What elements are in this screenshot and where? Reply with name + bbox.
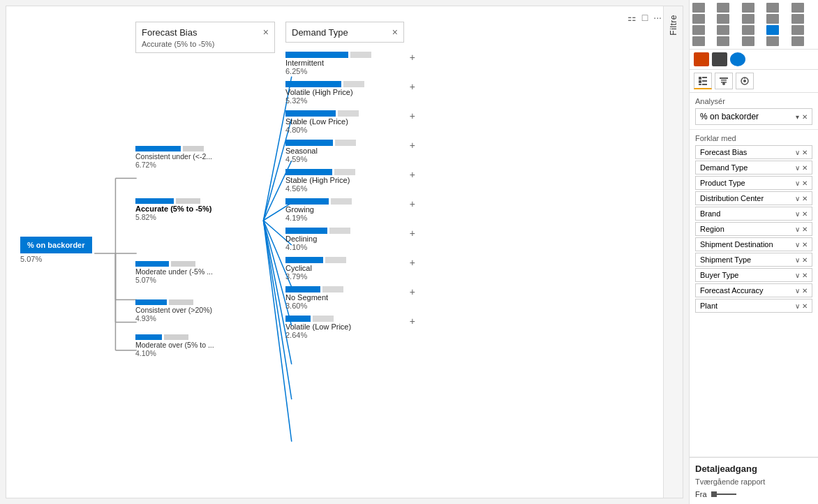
analyser-dropdown[interactable]: % on backorder ▾ ✕ bbox=[695, 108, 812, 125]
dt-item-0[interactable]: Intermittent 6.25% + bbox=[285, 52, 404, 75]
viz-icon-20[interactable] bbox=[791, 36, 804, 46]
viz-icon-5[interactable] bbox=[791, 3, 804, 13]
chevron-icon: ∨ bbox=[795, 256, 800, 264]
svg-point-30 bbox=[743, 80, 746, 82]
dt-plus-5[interactable]: + bbox=[410, 198, 415, 209]
chevron-icon: ∨ bbox=[795, 287, 800, 295]
dt-item-9[interactable]: Volatile (Low Price) 2.64% + bbox=[285, 316, 404, 339]
remove-icon[interactable]: ✕ bbox=[802, 210, 808, 218]
demand-type-close[interactable]: × bbox=[392, 27, 398, 38]
viz-topbar: ⚏ □ ··· bbox=[627, 12, 662, 23]
viz-icon-1[interactable] bbox=[692, 3, 705, 13]
more-icon[interactable]: ··· bbox=[653, 12, 662, 23]
format-tab[interactable] bbox=[715, 73, 733, 89]
remove-icon[interactable]: ✕ bbox=[802, 225, 808, 233]
dt-plus-7[interactable]: + bbox=[410, 257, 415, 268]
viz-icon-13[interactable] bbox=[742, 25, 754, 35]
dt-item-3[interactable]: Seasonal 4.59% + bbox=[285, 140, 404, 163]
analyser-clear-icon[interactable]: ✕ bbox=[802, 113, 808, 121]
dt-item-2[interactable]: Stable (Low Price) 4.80% + bbox=[285, 110, 404, 134]
forecast-bias-panel: Forecast Bias × Accurate (5% to -5%) bbox=[135, 22, 275, 53]
chevron-icon: ∨ bbox=[795, 164, 800, 172]
chevron-icon: ∨ bbox=[795, 195, 800, 202]
viz-icon-7[interactable] bbox=[717, 14, 729, 24]
html-icon[interactable] bbox=[694, 52, 709, 66]
remove-icon[interactable]: ✕ bbox=[802, 149, 808, 156]
dt-plus-1[interactable]: + bbox=[410, 81, 415, 92]
dt-plus-8[interactable]: + bbox=[410, 286, 415, 297]
filtre-label: Filtre bbox=[669, 15, 678, 36]
forklar-item-brand[interactable]: Brand ∨ ✕ bbox=[695, 207, 812, 221]
remove-icon[interactable]: ✕ bbox=[802, 272, 808, 279]
viz-icon-15[interactable] bbox=[791, 25, 804, 35]
viz-icon-12[interactable] bbox=[717, 25, 729, 35]
fb-node-4[interactable]: Consistent over (>20%) 4.93% bbox=[135, 299, 261, 323]
fb-node-3[interactable]: Moderate under (-5% ... 5.07% bbox=[135, 261, 261, 284]
viz-icon-18[interactable] bbox=[742, 36, 754, 46]
dt-plus-2[interactable]: + bbox=[410, 110, 415, 121]
tree-root[interactable]: % on backorder 5.07% bbox=[20, 237, 92, 263]
dt-item-5[interactable]: Growing 4.19% + bbox=[285, 198, 404, 222]
forklar-item-product-type[interactable]: Product Type ∨ ✕ bbox=[695, 176, 812, 190]
toggle-control[interactable] bbox=[711, 491, 736, 497]
remove-icon[interactable]: ✕ bbox=[802, 287, 808, 295]
dt-item-6[interactable]: Declining 4.10% + bbox=[285, 228, 404, 251]
remove-icon[interactable]: ✕ bbox=[802, 179, 808, 187]
forecast-bias-close[interactable]: × bbox=[263, 27, 269, 38]
dt-plus-0[interactable]: + bbox=[410, 52, 415, 63]
viz-icon-10[interactable] bbox=[791, 14, 804, 24]
viz-icon-9[interactable] bbox=[766, 14, 779, 24]
forklar-item-region[interactable]: Region ∨ ✕ bbox=[695, 222, 812, 236]
viz-icon-6[interactable] bbox=[692, 14, 705, 24]
forklar-item-buyer-type[interactable]: Buyer Type ∨ ✕ bbox=[695, 268, 812, 282]
viz-icon-11[interactable] bbox=[692, 25, 705, 35]
forklar-item-shipment-type[interactable]: Shipment Type ∨ ✕ bbox=[695, 253, 812, 267]
fields-tab[interactable] bbox=[694, 73, 712, 89]
forklar-item-plant[interactable]: Plant ∨ ✕ bbox=[695, 299, 812, 313]
chevron-icon: ∨ bbox=[795, 149, 800, 156]
dt-plus-6[interactable]: + bbox=[410, 228, 415, 239]
svg-rect-22 bbox=[702, 80, 707, 82]
viz-icon-14[interactable] bbox=[766, 25, 779, 35]
analytics-tab[interactable] bbox=[736, 73, 754, 89]
remove-icon[interactable]: ✕ bbox=[802, 195, 808, 202]
forklar-item-forecast-accuracy[interactable]: Forecast Accuracy ∨ ✕ bbox=[695, 283, 812, 297]
icon-toolbar bbox=[690, 0, 818, 50]
svg-rect-23 bbox=[699, 84, 701, 85]
dt-plus-9[interactable]: + bbox=[410, 316, 415, 327]
remove-icon[interactable]: ✕ bbox=[802, 302, 808, 310]
root-node-value: 5.07% bbox=[20, 255, 92, 263]
dt-plus-3[interactable]: + bbox=[410, 140, 415, 151]
circle-icon[interactable] bbox=[730, 52, 745, 66]
dt-item-8[interactable]: No Segment 3.60% + bbox=[285, 286, 404, 310]
dt-item-1[interactable]: Volatile (High Price) 5.32% + bbox=[285, 81, 404, 105]
viz-icon-4[interactable] bbox=[766, 3, 779, 13]
viz-icon-16[interactable] bbox=[692, 36, 705, 46]
fb-node-5[interactable]: Moderate over (5% to ... 4.10% bbox=[135, 334, 261, 357]
dt-item-7[interactable]: Cyclical 3.79% + bbox=[285, 257, 404, 281]
viz-icon-8[interactable] bbox=[742, 14, 754, 24]
viz-icon-2[interactable] bbox=[717, 3, 729, 13]
chevron-icon: ∨ bbox=[795, 241, 800, 249]
forklar-item-distribution-center[interactable]: Distribution Center ∨ ✕ bbox=[695, 191, 812, 205]
fb-node-1[interactable]: Consistent under (<-2... 6.72% bbox=[135, 146, 261, 169]
dt-item-4[interactable]: Stable (High Price) 4.56% + bbox=[285, 169, 404, 193]
focus-icon[interactable]: □ bbox=[642, 12, 648, 23]
viz-icon-17[interactable] bbox=[717, 36, 729, 46]
viz-icon-19[interactable] bbox=[766, 36, 779, 46]
remove-icon[interactable]: ✕ bbox=[802, 164, 808, 172]
forecast-bias-title: Forecast Bias bbox=[142, 27, 197, 38]
chevron-icon: ∨ bbox=[795, 272, 800, 279]
fb-node-2[interactable]: Accurate (5% to -5%) 5.82% bbox=[135, 198, 261, 221]
root-node-label: % on backorder bbox=[20, 237, 92, 253]
forklar-item-demand-type[interactable]: Demand Type ∨ ✕ bbox=[695, 161, 812, 175]
remove-icon[interactable]: ✕ bbox=[802, 256, 808, 264]
table-icon[interactable] bbox=[712, 52, 727, 66]
forklar-item-forecast-bias[interactable]: Forecast Bias ∨ ✕ bbox=[695, 145, 812, 159]
svg-rect-21 bbox=[699, 80, 701, 83]
filter-icon[interactable]: ⚏ bbox=[627, 12, 637, 23]
forklar-item-shipment-destination[interactable]: Shipment Destination ∨ ✕ bbox=[695, 237, 812, 251]
viz-icon-3[interactable] bbox=[742, 3, 754, 13]
dt-plus-4[interactable]: + bbox=[410, 169, 415, 180]
remove-icon[interactable]: ✕ bbox=[802, 241, 808, 249]
